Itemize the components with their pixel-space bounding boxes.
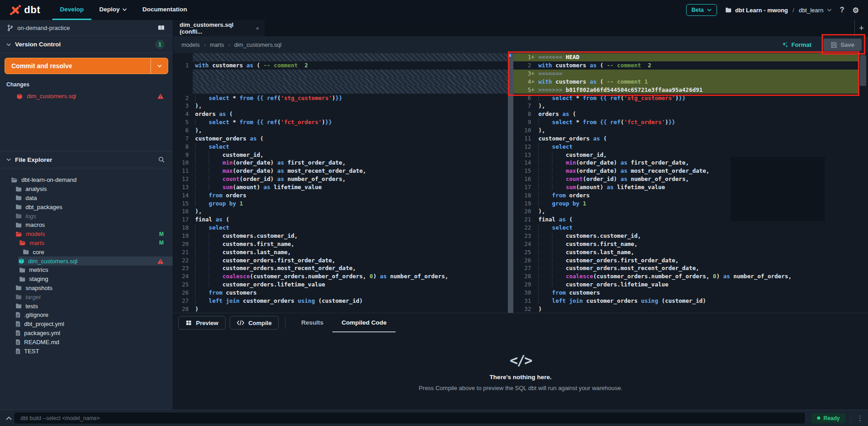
save-button[interactable]: Save — [823, 39, 862, 51]
docs-book-icon[interactable] — [158, 25, 165, 31]
code-line: 13 customer_id, — [513, 150, 868, 159]
code-editor[interactable]: 1with customers as ( -- comment 22 selec… — [173, 53, 868, 313]
tree-item-metrics[interactable]: metrics — [0, 266, 173, 275]
tree-item--gitignore[interactable]: .gitignore — [0, 311, 173, 320]
code-line: 2 select * from {{ ref('stg_customers')}… — [173, 94, 508, 102]
help-button[interactable]: ? — [840, 6, 844, 14]
code-line: 17final as ( — [173, 216, 508, 224]
expand-panel-chevron-icon[interactable] — [4, 416, 14, 420]
close-tab-icon[interactable]: × — [256, 25, 259, 32]
tree-item-label: analysis — [25, 185, 164, 192]
command-input[interactable]: dbt build --select <model_name> — [14, 412, 806, 424]
breadcrumb-segment[interactable]: marts — [210, 42, 224, 48]
dbt-logo[interactable]: dbt — [0, 0, 52, 20]
tree-item-staging[interactable]: staging — [0, 275, 173, 284]
tree-item-models[interactable]: modelsM — [0, 230, 173, 239]
code-line: 21 final as ( — [513, 216, 868, 224]
tree-item-core[interactable]: core — [0, 247, 173, 256]
commit-and-resolve-button[interactable]: Commit and resolve — [5, 58, 168, 74]
tree-item-macros[interactable]: macros — [0, 221, 173, 230]
tree-item-logs[interactable]: logs — [0, 211, 173, 221]
code-line: 29 customer_orders.lifetime_value — [513, 281, 868, 289]
breadcrumb-segment[interactable]: dim_customers.sql — [234, 42, 281, 48]
tab-results[interactable]: Results — [292, 313, 332, 332]
code-line: 16), — [173, 207, 508, 216]
beta-toggle[interactable]: Beta — [686, 4, 717, 16]
diff-filler-hatch — [193, 78, 508, 86]
changed-file-item[interactable]: dim_customers.sql — [5, 90, 168, 102]
pane-divider-scrollbar[interactable] — [508, 53, 513, 313]
command-bar: dbt build --select <model_name> Ready ⋮ — [0, 410, 868, 426]
top-nav: dbt DevelopDeployDocumentation Beta dbt … — [0, 0, 868, 20]
tree-item-label: snapshots — [25, 285, 164, 291]
tab-dim-customers[interactable]: dim_customers.sql (confli... × — [173, 20, 265, 36]
code-line: 13 sum(amount) as lifetime_value — [173, 183, 508, 191]
tab-title: dim_customers.sql (confli... — [180, 21, 251, 35]
modified-badge: M — [159, 240, 164, 246]
code-line: 18 from orders — [513, 191, 868, 199]
folder-open-icon — [11, 177, 18, 183]
sparkles-icon — [782, 41, 788, 48]
code-line: 16 count(order_id) as number_of_orders, — [513, 175, 868, 183]
commit-button-label[interactable]: Commit and resolve — [5, 58, 151, 74]
diff-filler-hatch — [193, 53, 508, 61]
diff-filler-hatch — [193, 85, 508, 94]
code-line: 14 min(order_date) as first_order_date, — [513, 159, 868, 167]
folder-icon — [15, 195, 22, 200]
tree-item-dbt-packages[interactable]: dbt_packages — [0, 202, 173, 211]
tree-item-analysis[interactable]: analysis — [0, 185, 173, 194]
tree-item-label: .gitignore — [24, 311, 164, 318]
save-label: Save — [841, 41, 854, 48]
search-icon[interactable] — [158, 156, 165, 163]
code-line: 14 from orders — [173, 191, 508, 199]
tree-item-data[interactable]: data — [0, 194, 173, 203]
folder-open-icon — [15, 231, 22, 237]
fold-marker — [508, 54, 511, 57]
code-line: 26 customer_orders.first_order_date, — [513, 256, 868, 264]
breadcrumb-segment[interactable]: models — [181, 42, 200, 48]
tree-item-readme-md[interactable]: README.md — [0, 337, 173, 346]
account-switcher[interactable]: dbt Learn - mwong / dbt_learn — [725, 7, 832, 14]
format-button[interactable]: Format — [782, 41, 812, 48]
scrollbar-thumb[interactable] — [860, 55, 866, 86]
tree-item-dim-customers-sql[interactable]: dim_customers.sql — [18, 256, 173, 266]
code-icon — [237, 320, 244, 326]
file-icon — [15, 330, 20, 336]
commit-dropdown-caret[interactable] — [151, 58, 168, 74]
file-icon — [15, 321, 20, 327]
conflict-warning-icon — [157, 258, 164, 264]
folder-icon — [15, 285, 22, 291]
editor-pane-working[interactable]: 1with customers as ( -- comment 22 selec… — [173, 53, 508, 313]
file-icon — [15, 312, 20, 318]
nav-item-documentation[interactable]: Documentation — [135, 0, 195, 20]
editor-pane-diff[interactable]: 1+<<<<<<< HEAD2 with customers as ( -- c… — [508, 53, 868, 313]
code-line: 10 ), — [513, 126, 868, 135]
kebab-menu-icon[interactable]: ⋮ — [851, 414, 863, 422]
compile-button[interactable]: Compile — [230, 316, 279, 330]
settings-gear-icon[interactable]: ⚙ — [853, 6, 859, 15]
code-line: 32 ) — [513, 305, 868, 313]
code-line: 27 customer_orders.most_recent_order_dat… — [513, 264, 868, 272]
tree-item-dbt-project-yml[interactable]: dbt_project.yml — [0, 320, 173, 329]
tab-compiled-code[interactable]: Compiled Code — [332, 313, 396, 332]
folder-open-icon — [19, 240, 26, 246]
dbt-cloud-ide: dbt DevelopDeployDocumentation Beta dbt … — [0, 0, 868, 426]
new-tab-button[interactable]: + — [854, 20, 868, 36]
version-control-header[interactable]: Version Control 1 — [0, 36, 173, 53]
file-explorer-header[interactable]: File Explorer — [0, 151, 173, 168]
preview-button[interactable]: Preview — [178, 316, 226, 330]
tree-item-label: logs — [25, 213, 164, 220]
tree-item-marts[interactable]: martsM — [0, 239, 173, 248]
tree-item-packages-yml[interactable]: packages.yml — [0, 329, 173, 338]
folder-icon — [15, 204, 22, 210]
tree-item-snapshots[interactable]: snapshots — [0, 284, 173, 293]
breadcrumb-separator: › — [228, 42, 230, 48]
tree-item-target[interactable]: target — [0, 292, 173, 301]
save-floppy-icon — [831, 42, 837, 48]
nav-item-develop[interactable]: Develop — [52, 0, 92, 20]
beta-label: Beta — [692, 7, 704, 13]
tree-item-dbt-learn-on-demand[interactable]: dbt-learn-on-demand — [0, 175, 173, 185]
tree-item-test[interactable]: TEST — [0, 346, 173, 356]
tree-item-tests[interactable]: tests — [0, 301, 173, 311]
nav-item-deploy[interactable]: Deploy — [91, 0, 135, 20]
